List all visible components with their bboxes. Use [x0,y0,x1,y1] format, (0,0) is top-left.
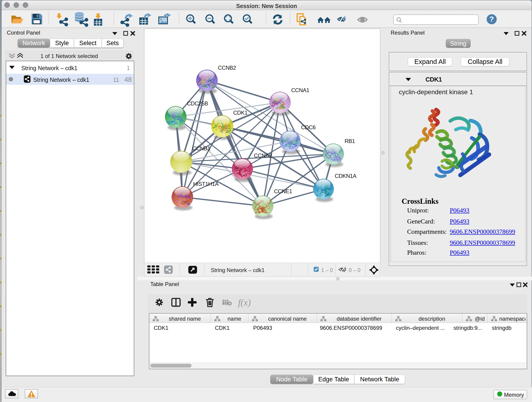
svg-text:CCNA1: CCNA1 [291,87,309,93]
svg-text:CDKN1A: CDKN1A [335,173,356,179]
svg-text:CCNB2: CCNB2 [218,65,236,71]
svg-text:CDC25B: CDC25B [187,100,208,107]
svg-text:CCNE1: CCNE1 [274,188,292,194]
svg-text:HIST1H1A: HIST1H1A [193,181,219,187]
svg-text:CDC6: CDC6 [301,124,316,130]
svg-text:CDK1: CDK1 [233,109,247,116]
svg-text:CCNA2: CCNA2 [254,153,272,159]
svg-text:RB1: RB1 [345,138,355,144]
svg-text:CCNB1: CCNB1 [192,145,210,152]
